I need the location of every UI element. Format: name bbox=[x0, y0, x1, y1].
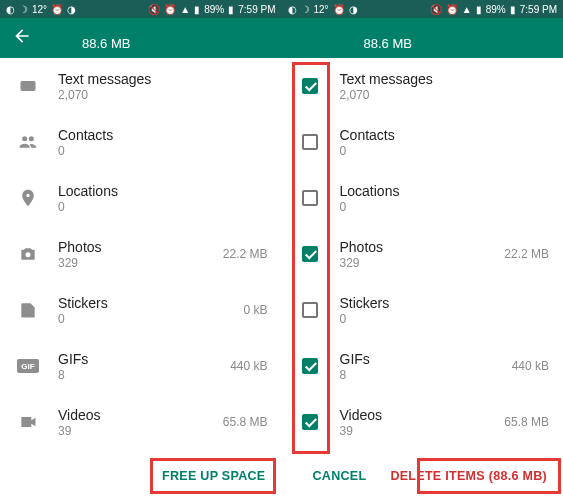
row-count: 2,070 bbox=[58, 88, 268, 102]
checkbox-photos[interactable] bbox=[294, 246, 326, 262]
row-contacts[interactable]: Contacts 0 bbox=[282, 114, 564, 170]
row-size: 440 kB bbox=[512, 359, 549, 373]
alarm-icon: ⏰ bbox=[333, 4, 345, 15]
row-title: Contacts bbox=[340, 127, 550, 143]
time: 7:59 PM bbox=[520, 4, 557, 15]
row-videos[interactable]: Videos 39 65.8 MB bbox=[0, 394, 282, 450]
row-title: Text messages bbox=[340, 71, 550, 87]
svg-text:GIF: GIF bbox=[21, 362, 34, 371]
alarm-icon-2: ⏰ bbox=[164, 4, 176, 15]
battery-icon: ▮ bbox=[510, 4, 516, 15]
row-count: 8 bbox=[58, 368, 230, 382]
svg-rect-0 bbox=[21, 81, 36, 91]
row-size: 440 kB bbox=[230, 359, 267, 373]
alarm-icon: ⏰ bbox=[51, 4, 63, 15]
row-text-messages[interactable]: Text messages 2,070 bbox=[282, 58, 564, 114]
back-button[interactable] bbox=[12, 26, 32, 46]
checkbox-stickers[interactable] bbox=[294, 302, 326, 318]
row-count: 8 bbox=[340, 368, 512, 382]
svg-point-1 bbox=[22, 136, 27, 141]
row-title: Photos bbox=[58, 239, 223, 255]
row-count: 39 bbox=[340, 424, 505, 438]
right-screen: ◐ ☽ 12° ⏰ ◑ 🔇 ⏰ ▲ ▮ 89% ▮ 7:59 PM 88.6 M… bbox=[282, 0, 564, 500]
signal-icon: ▮ bbox=[476, 4, 482, 15]
sticker-icon bbox=[12, 300, 44, 320]
row-count: 0 bbox=[58, 312, 243, 326]
delete-items-button[interactable]: DELETE ITEMS (88.6 MB) bbox=[390, 469, 547, 483]
checkbox-contacts[interactable] bbox=[294, 134, 326, 150]
moon-icon: ☽ bbox=[19, 4, 28, 15]
gif-icon: GIF bbox=[12, 359, 44, 373]
row-text-messages[interactable]: Text messages 2,070 bbox=[0, 58, 282, 114]
app-icon: ◑ bbox=[67, 4, 76, 15]
row-locations[interactable]: Locations 0 bbox=[282, 170, 564, 226]
camera-icon bbox=[12, 244, 44, 264]
row-photos[interactable]: Photos 329 22.2 MB bbox=[0, 226, 282, 282]
status-bar: ◐ ☽ 12° ⏰ ◑ 🔇 ⏰ ▲ ▮ 89% ▮ 7:59 PM bbox=[0, 0, 282, 18]
checkbox-text-messages[interactable] bbox=[294, 78, 326, 94]
row-title: Stickers bbox=[58, 295, 243, 311]
row-stickers[interactable]: Stickers 0 0 kB bbox=[0, 282, 282, 338]
row-size: 22.2 MB bbox=[223, 247, 268, 261]
row-size: 65.8 MB bbox=[504, 415, 549, 429]
free-up-space-button[interactable]: FREE UP SPACE bbox=[162, 469, 265, 483]
mute-icon: 🔇 bbox=[430, 4, 442, 15]
row-count: 0 bbox=[340, 312, 550, 326]
row-title: Videos bbox=[340, 407, 505, 423]
mute-icon: 🔇 bbox=[148, 4, 160, 15]
row-count: 0 bbox=[340, 144, 550, 158]
row-title: Stickers bbox=[340, 295, 550, 311]
row-photos[interactable]: Photos 329 22.2 MB bbox=[282, 226, 564, 282]
app-header: 88.6 MB bbox=[282, 18, 564, 58]
row-title: Locations bbox=[340, 183, 550, 199]
svg-point-2 bbox=[29, 136, 34, 141]
header-size: 88.6 MB bbox=[364, 36, 412, 51]
row-title: GIFs bbox=[340, 351, 512, 367]
row-stickers[interactable]: Stickers 0 bbox=[282, 282, 564, 338]
row-gifs[interactable]: GIF GIFs 8 440 kB bbox=[0, 338, 282, 394]
row-title: Contacts bbox=[58, 127, 268, 143]
checkbox-gifs[interactable] bbox=[294, 358, 326, 374]
storage-list: Text messages 2,070 Contacts 0 Locations… bbox=[0, 58, 282, 452]
cancel-button[interactable]: CANCEL bbox=[312, 469, 366, 483]
app-icon: ◑ bbox=[349, 4, 358, 15]
status-bar: ◐ ☽ 12° ⏰ ◑ 🔇 ⏰ ▲ ▮ 89% ▮ 7:59 PM bbox=[282, 0, 564, 18]
temp: 12° bbox=[32, 4, 47, 15]
storage-list-select: Text messages 2,070 Contacts 0 Locations… bbox=[282, 58, 564, 452]
footer-left: FREE UP SPACE bbox=[0, 452, 282, 500]
temp: 12° bbox=[314, 4, 329, 15]
row-title: Photos bbox=[340, 239, 505, 255]
row-count: 0 bbox=[340, 200, 550, 214]
header-size: 88.6 MB bbox=[82, 36, 130, 51]
time: 7:59 PM bbox=[238, 4, 275, 15]
row-count: 0 bbox=[58, 200, 268, 214]
row-videos[interactable]: Videos 39 65.8 MB bbox=[282, 394, 564, 450]
row-size: 22.2 MB bbox=[504, 247, 549, 261]
row-contacts[interactable]: Contacts 0 bbox=[0, 114, 282, 170]
row-gifs[interactable]: GIFs 8 440 kB bbox=[282, 338, 564, 394]
row-count: 329 bbox=[340, 256, 505, 270]
battery-icon: ▮ bbox=[228, 4, 234, 15]
app-header: 88.6 MB bbox=[0, 18, 282, 58]
row-title: Videos bbox=[58, 407, 223, 423]
wifi-icon: ▲ bbox=[462, 4, 472, 15]
contacts-icon bbox=[12, 132, 44, 152]
battery-pct: 89% bbox=[204, 4, 224, 15]
row-size: 0 kB bbox=[243, 303, 267, 317]
row-size: 65.8 MB bbox=[223, 415, 268, 429]
checkbox-videos[interactable] bbox=[294, 414, 326, 430]
row-count: 2,070 bbox=[340, 88, 550, 102]
row-count: 39 bbox=[58, 424, 223, 438]
signal-icon: ▮ bbox=[194, 4, 200, 15]
row-title: Text messages bbox=[58, 71, 268, 87]
battery-pct: 89% bbox=[486, 4, 506, 15]
checkbox-locations[interactable] bbox=[294, 190, 326, 206]
row-count: 0 bbox=[58, 144, 268, 158]
row-locations[interactable]: Locations 0 bbox=[0, 170, 282, 226]
wifi-icon: ▲ bbox=[180, 4, 190, 15]
spotify-icon: ◐ bbox=[288, 4, 297, 15]
row-count: 329 bbox=[58, 256, 223, 270]
row-title: GIFs bbox=[58, 351, 230, 367]
left-screen: ◐ ☽ 12° ⏰ ◑ 🔇 ⏰ ▲ ▮ 89% ▮ 7:59 PM 88.6 M… bbox=[0, 0, 282, 500]
text-icon bbox=[12, 76, 44, 96]
